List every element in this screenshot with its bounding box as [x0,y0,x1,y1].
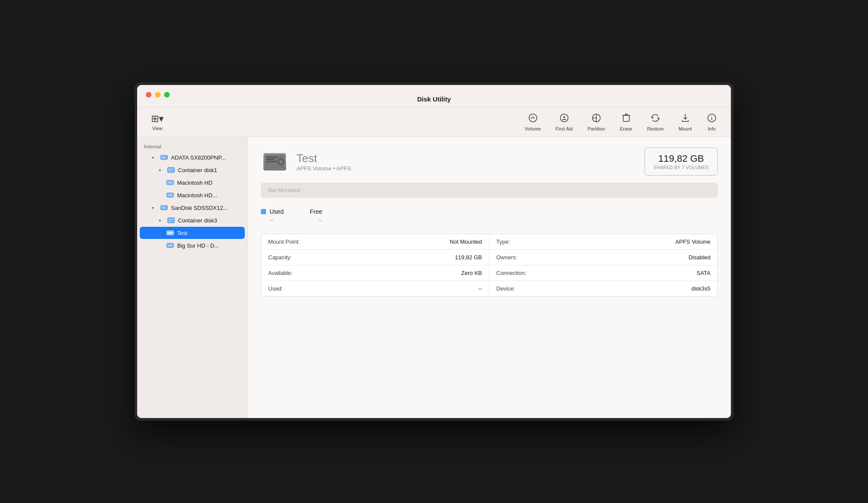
first-aid-icon [559,113,569,125]
sidebar-item-container3-label: Container disk3 [178,217,217,224]
content-panel: Test APFS Volume • APFS 119,82 GB SHARED… [248,137,731,418]
minimize-button[interactable] [155,92,161,98]
restore-icon [650,113,661,125]
svg-rect-12 [168,167,174,173]
volume-icon [166,178,174,187]
volume-icon [166,191,174,199]
info-table: Mount Point: Not Mounted Type: APFS Volu… [261,234,718,297]
disk-info: Test APFS Volume • APFS [296,152,637,172]
app-title: Disk Utility [417,95,451,103]
maximize-button[interactable] [164,92,170,98]
info-button[interactable]: Info [701,111,722,133]
drive-icon [160,203,168,212]
svg-rect-34 [266,161,276,162]
mount-button[interactable]: Mount [673,111,697,133]
info-cell-device: Device: disk3s5 [490,281,718,296]
sidebar-item-container1-label: Container disk1 [178,167,217,173]
sidebar-item-adata-label: ADATA SX8200PNP... [171,154,226,161]
chevron-icon: ▾ [152,206,157,210]
disk-header: Test APFS Volume • APFS 119,82 GB SHARED… [261,147,718,176]
sidebar-item-sandisk-label: SanDisk SDSSDX12... [171,205,228,211]
disk-image [261,148,289,176]
sidebar-item-sandisk[interactable]: ▾ SanDisk SDSSDX12... [140,202,245,214]
sidebar-item-macintosh-hd[interactable]: Macintosh HD [140,176,245,189]
info-cell-connection: Connection: SATA [490,265,718,281]
view-label: View [152,126,163,131]
info-cell-mount-point: Mount Point: Not Mounted [261,234,490,250]
disk-size-value: 119,82 GB [654,153,709,164]
capacity-val: 119,82 GB [455,254,482,261]
volume-icon [166,241,174,250]
toolbar-left: ⊞▾ View [146,111,519,133]
sidebar: Internal ▾ ADATA SX8200PNP... ▾ [137,137,248,418]
app-window: Disk Utility ⊞▾ View [135,82,733,421]
svg-point-21 [166,207,167,209]
svg-rect-28 [168,245,173,246]
usage-section: Used -- Free -- [261,205,718,227]
used-label-container: Used [261,208,284,215]
erase-icon [621,113,631,125]
sidebar-item-container1[interactable]: ▾ Container disk1 [140,164,245,176]
connection-val: SATA [697,270,710,276]
restore-button[interactable]: Restore [642,111,669,133]
sidebar-item-macintosh-hd2[interactable]: Macintosh HD... [140,189,245,201]
used-item: Used -- [261,208,284,223]
info-cell-capacity: Capacity: 119,82 GB [261,250,490,265]
free-item: Free -- [310,208,322,223]
svg-rect-33 [266,159,275,160]
info-cell-available: Available: Zero KB [261,265,490,281]
svg-point-11 [166,157,167,158]
close-button[interactable] [146,92,151,98]
mount-label: Mount [678,126,692,131]
free-value: -- [310,217,322,223]
sidebar-item-macintosh-hd2-label: Macintosh HD... [177,192,217,199]
view-button[interactable]: ⊞▾ View [146,111,169,133]
container-icon [167,216,175,225]
volume-icon [528,113,538,125]
available-val: Zero KB [461,270,482,276]
free-label: Free [310,208,322,215]
partition-label: Partition [588,126,605,131]
device-val: disk3s5 [691,285,710,292]
sidebar-item-bigsur-label: Big Sur HD - D... [177,242,219,249]
owners-key: Owners: [496,254,517,261]
disk-size-label: SHARED BY 7 VOLUMES [654,165,709,170]
info-label: Info [708,126,716,131]
container-icon [167,166,175,174]
partition-button[interactable]: Partition [582,111,610,133]
svg-rect-22 [168,218,174,223]
sidebar-item-bigsur[interactable]: Big Sur HD - D... [140,239,245,252]
connection-key: Connection: [496,270,526,276]
sidebar-section-internal: Internal [137,142,247,151]
free-label-container: Free [310,208,322,215]
restore-label: Restore [647,126,664,131]
sidebar-item-adata[interactable]: ▾ ADATA SX8200PNP... [140,151,245,163]
svg-rect-23 [168,219,174,220]
toolbar: ⊞▾ View Volume [137,108,731,137]
svg-rect-26 [168,232,173,234]
view-icon: ⊞▾ [151,113,164,124]
volume-button[interactable]: Volume [519,111,546,133]
traffic-lights [146,92,170,98]
chevron-icon: ▾ [152,155,157,160]
erase-button[interactable]: Erase [615,111,638,133]
svg-point-36 [279,160,282,163]
info-cell-type: Type: APFS Volume [490,234,718,250]
svg-point-3 [530,118,532,119]
chevron-icon: ▾ [159,168,164,173]
svg-rect-32 [266,157,278,158]
used-info-key: Used: [268,285,283,292]
svg-rect-18 [168,194,173,196]
sidebar-item-container3[interactable]: ▾ Container disk3 [140,214,245,226]
disk-size-box: 119,82 GB SHARED BY 7 VOLUMES [644,147,718,176]
mount-icon [680,113,690,125]
sidebar-item-test[interactable]: Test [140,227,245,239]
capacity-key: Capacity: [268,254,292,261]
available-key: Available: [268,270,293,276]
mount-point-key: Mount Point: [268,238,300,245]
disk-name: Test [296,152,637,165]
erase-label: Erase [620,126,632,131]
device-key: Device: [496,285,515,292]
first-aid-button[interactable]: First Aid [550,111,578,133]
disk-subtitle: APFS Volume • APFS [296,165,637,172]
